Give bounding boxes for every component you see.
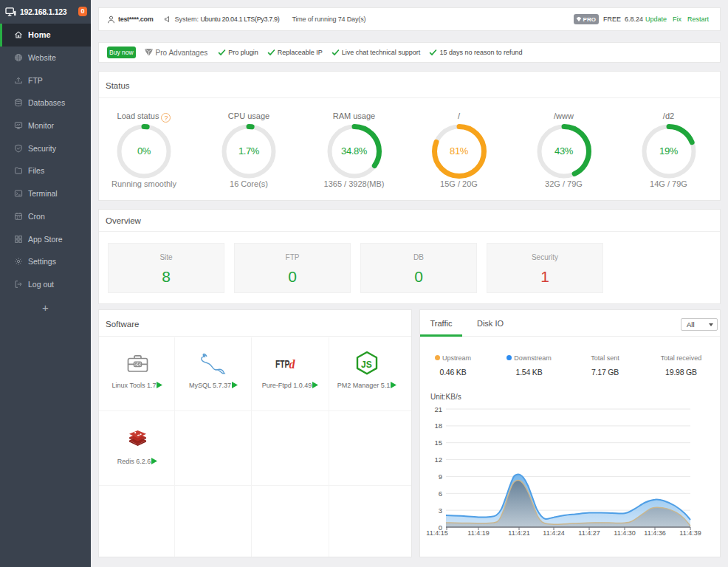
- svg-text:FTP: FTP: [275, 357, 290, 371]
- svg-text:6: 6: [439, 489, 442, 498]
- svg-text:21: 21: [434, 405, 442, 413]
- svg-text:11:4:21: 11:4:21: [508, 529, 529, 537]
- svg-text:11:4:15: 11:4:15: [426, 529, 447, 537]
- svg-text:11:4:19: 11:4:19: [467, 529, 489, 537]
- svg-text:11:4:27: 11:4:27: [578, 529, 600, 537]
- svg-text:18: 18: [434, 422, 442, 430]
- svg-text:11:4:24: 11:4:24: [543, 529, 564, 537]
- svg-text:11:4:36: 11:4:36: [644, 529, 665, 537]
- svg-text:9: 9: [439, 472, 442, 481]
- svg-text:12: 12: [434, 456, 442, 464]
- svg-text:3: 3: [439, 506, 442, 515]
- svg-text:d: d: [289, 358, 296, 371]
- svg-text:11:4:30: 11:4:30: [614, 529, 635, 537]
- svg-text:11:4:39: 11:4:39: [679, 529, 701, 537]
- svg-text:JS: JS: [361, 360, 372, 370]
- svg-text:15: 15: [434, 439, 442, 447]
